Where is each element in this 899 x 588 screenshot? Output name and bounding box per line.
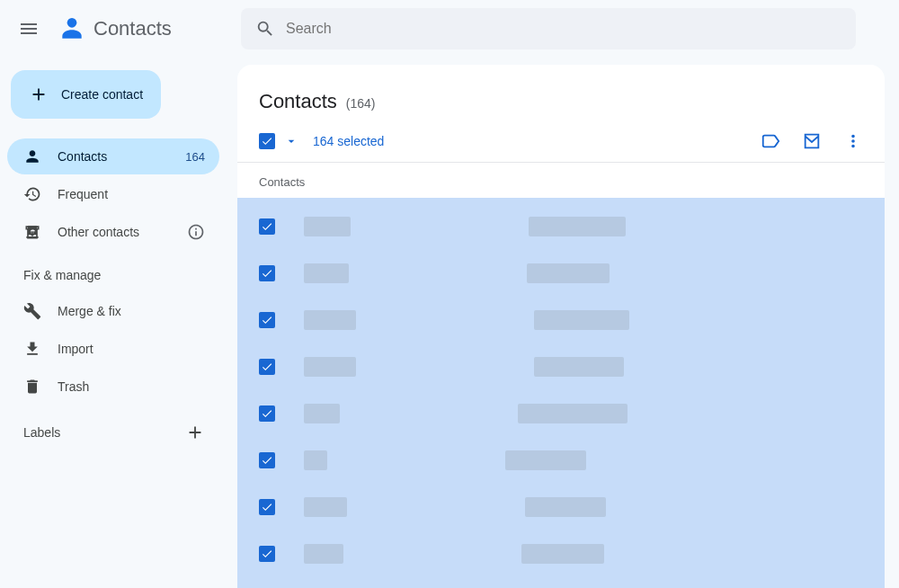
selected-count-text: 164 selected [313, 134, 384, 148]
contact-row[interactable] [237, 250, 885, 297]
selection-bar: 164 selected [237, 117, 885, 163]
download-icon [23, 340, 41, 358]
sidebar-item-trash[interactable]: Trash [7, 369, 219, 405]
sidebar-item-label: Merge & fix [58, 304, 121, 318]
sidebar-item-label: Import [58, 342, 93, 356]
archive-icon [23, 223, 41, 241]
main-header: Contacts (164) [237, 65, 885, 117]
contacts-count: (164) [346, 96, 376, 111]
person-icon [23, 147, 41, 165]
contact-email-redacted [505, 450, 586, 470]
contact-name-redacted [304, 450, 327, 470]
contact-row[interactable] [237, 297, 885, 343]
check-icon [261, 267, 273, 280]
check-icon [261, 548, 273, 560]
row-checkbox[interactable] [259, 265, 275, 281]
sidebar-item-contacts[interactable]: Contacts 164 [7, 138, 219, 174]
row-checkbox[interactable] [259, 452, 275, 468]
app-title: Contacts [93, 17, 172, 40]
sidebar-section-labels: Labels [7, 406, 219, 451]
sidebar: Create contact Contacts 164 Frequent Oth… [0, 58, 230, 588]
app-logo[interactable]: Contacts [58, 14, 234, 43]
plus-icon [29, 85, 49, 104]
hamburger-icon [18, 18, 40, 40]
search-input[interactable] [286, 21, 841, 37]
selection-dropdown[interactable] [284, 134, 298, 148]
check-icon [261, 220, 273, 233]
row-checkbox[interactable] [259, 312, 275, 328]
contact-name-redacted [304, 544, 343, 564]
check-icon [261, 135, 273, 147]
sidebar-item-label: Frequent [58, 187, 108, 201]
email-button[interactable] [802, 131, 822, 151]
sidebar-item-label: Other contacts [58, 225, 139, 239]
row-checkbox[interactable] [259, 499, 275, 515]
page-title: Contacts [259, 90, 337, 113]
contact-email-redacted [518, 404, 628, 423]
mail-icon [802, 131, 822, 151]
contact-row[interactable] [237, 343, 885, 390]
create-contact-button[interactable]: Create contact [11, 70, 161, 119]
check-icon [261, 454, 273, 467]
select-all-checkbox[interactable] [259, 133, 275, 149]
check-icon [261, 407, 273, 420]
main-menu-button[interactable] [7, 7, 50, 50]
create-contact-label: Create contact [61, 87, 143, 102]
contact-row[interactable] [237, 390, 885, 437]
history-icon [23, 185, 41, 203]
check-icon [261, 361, 273, 373]
contact-name-redacted [304, 217, 351, 236]
contact-email-redacted [529, 217, 626, 236]
contact-email-redacted [525, 497, 606, 517]
add-label-button[interactable] [185, 423, 205, 442]
sidebar-item-count: 164 [185, 150, 205, 164]
contact-name-redacted [304, 497, 347, 517]
label-icon [761, 131, 780, 151]
contact-name-redacted [304, 357, 356, 377]
sidebar-item-label: Trash [58, 379, 89, 394]
list-column-header: Contacts [237, 163, 885, 198]
contact-row[interactable] [237, 484, 885, 530]
row-checkbox[interactable] [259, 359, 275, 375]
sidebar-item-frequent[interactable]: Frequent [7, 176, 219, 212]
contact-name-redacted [304, 404, 340, 423]
sidebar-section-fix-manage: Fix & manage [7, 252, 219, 291]
main-panel: Contacts (164) 164 selected [237, 65, 885, 588]
contact-name-redacted [304, 310, 356, 330]
contact-email-redacted [534, 357, 624, 377]
search-icon [255, 19, 275, 39]
sidebar-item-import[interactable]: Import [7, 331, 219, 367]
plus-icon [185, 423, 205, 442]
more-vert-icon [843, 131, 863, 151]
row-checkbox[interactable] [259, 405, 275, 422]
check-icon [261, 501, 273, 513]
row-checkbox[interactable] [259, 546, 275, 562]
contact-email-redacted [521, 544, 604, 564]
svg-point-0 [67, 18, 77, 28]
tools-icon [23, 302, 41, 320]
contact-email-redacted [527, 263, 610, 283]
contact-row[interactable] [237, 437, 885, 484]
app-header: Contacts [0, 0, 899, 58]
contact-row[interactable] [237, 203, 885, 250]
row-checkbox[interactable] [259, 218, 275, 235]
contacts-list[interactable] [237, 198, 885, 588]
search-bar[interactable] [241, 8, 856, 49]
contact-email-redacted [534, 310, 629, 330]
trash-icon [23, 378, 41, 396]
label-button[interactable] [761, 131, 780, 151]
more-actions-button[interactable] [843, 131, 863, 151]
contacts-logo-icon [58, 14, 86, 43]
sidebar-item-merge-fix[interactable]: Merge & fix [7, 293, 219, 329]
sidebar-item-label: Contacts [58, 149, 107, 164]
check-icon [261, 314, 273, 326]
info-icon[interactable] [187, 223, 205, 241]
chevron-down-icon [284, 134, 298, 148]
contact-name-redacted [304, 263, 349, 283]
contact-row[interactable] [237, 530, 885, 577]
sidebar-item-other-contacts[interactable]: Other contacts [7, 214, 219, 250]
